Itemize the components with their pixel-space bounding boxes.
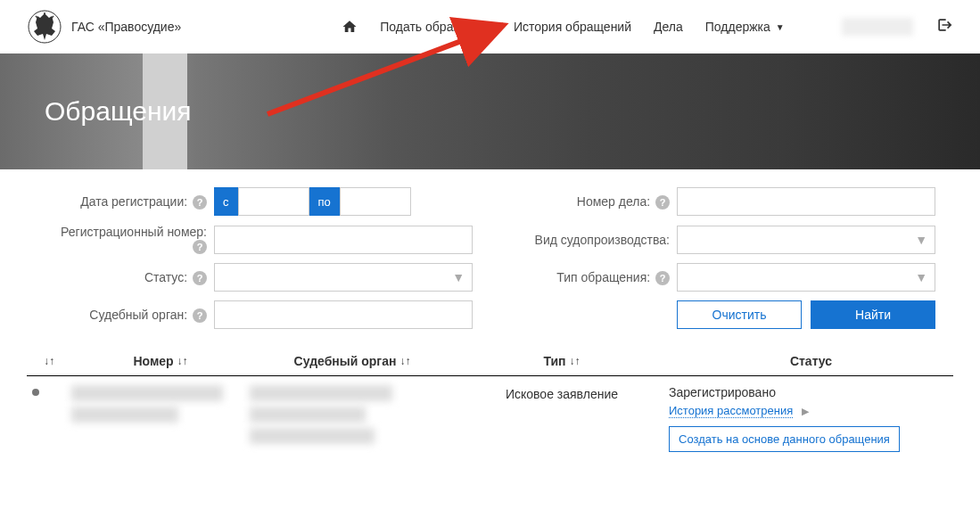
- cell-status: Зарегистрировано История рассмотрения ▶ …: [669, 385, 953, 452]
- help-icon[interactable]: ?: [655, 271, 670, 285]
- search-button[interactable]: Найти: [811, 300, 935, 329]
- nav-cases[interactable]: Дела: [654, 20, 683, 34]
- caret-down-icon: ▼: [776, 22, 785, 32]
- nav-support-label: Поддержка: [705, 20, 770, 34]
- nav-support[interactable]: Поддержка ▼: [705, 20, 785, 34]
- cell-number: [71, 385, 250, 452]
- table-header: ↓↑ Номер ↓↑ Судебный орган ↓↑ Тип ↓↑ Ста…: [27, 347, 953, 375]
- home-icon: [342, 19, 358, 35]
- cell-type: Исковое заявление: [455, 385, 669, 452]
- reg-date-range: с по: [214, 187, 411, 216]
- reg-number-label: Регистрационный номер: ?: [45, 225, 214, 254]
- redacted: [250, 407, 366, 423]
- table-row: Исковое заявление Зарегистрировано Истор…: [27, 375, 953, 461]
- results-table: ↓↑ Номер ↓↑ Судебный орган ↓↑ Тип ↓↑ Ста…: [0, 347, 980, 461]
- date-to-input[interactable]: [340, 187, 411, 216]
- user-area: [842, 16, 953, 38]
- nav-submit-appeal[interactable]: Подать обращение: [380, 20, 491, 34]
- sort-icon: ↓↑: [44, 355, 54, 367]
- th-type[interactable]: Тип ↓↑: [455, 354, 669, 368]
- court-label: Судебный орган: ?: [45, 308, 214, 323]
- redacted: [71, 385, 223, 401]
- arrow-right-icon: ▶: [802, 406, 809, 416]
- nav-appeal-history[interactable]: История обращений: [514, 20, 631, 34]
- sort-icon: ↓↑: [177, 355, 188, 367]
- history-link[interactable]: История рассмотрения: [669, 404, 793, 418]
- help-icon[interactable]: ?: [193, 271, 207, 285]
- redacted: [250, 385, 392, 401]
- sort-icon: ↓↑: [399, 355, 410, 367]
- header: ГАС «Правосудие» Подать обращение Истори…: [0, 0, 980, 53]
- cell-court: [250, 385, 455, 452]
- nav-home[interactable]: [342, 19, 358, 35]
- row-indicator: [27, 385, 71, 452]
- reg-date-label: Дата регистрации: ?: [45, 194, 214, 210]
- page-title: Обращения: [45, 96, 192, 127]
- th-number[interactable]: Номер ↓↑: [71, 354, 250, 368]
- user-name-redacted: [842, 18, 913, 36]
- sort-icon: ↓↑: [570, 355, 581, 367]
- case-number-input[interactable]: [677, 187, 935, 216]
- logo-area: ГАС «Правосудие»: [27, 9, 181, 45]
- create-based-button[interactable]: Создать на основе данного обращения: [669, 426, 900, 452]
- main-nav: Подать обращение История обращений Дела …: [342, 19, 784, 35]
- help-icon[interactable]: ?: [193, 240, 207, 254]
- reg-number-input[interactable]: [214, 226, 473, 254]
- help-icon[interactable]: ?: [655, 195, 670, 210]
- appeal-type-label: Тип обращения: ?: [507, 270, 677, 285]
- date-from-input[interactable]: [238, 187, 309, 216]
- appeal-type-select[interactable]: ▼: [677, 263, 935, 292]
- th-sort[interactable]: ↓↑: [27, 354, 71, 368]
- status-text: Зарегистрировано: [669, 385, 953, 399]
- court-input[interactable]: [214, 300, 473, 329]
- clear-button[interactable]: Очистить: [677, 300, 802, 329]
- proc-type-label: Вид судопроизводства:: [507, 233, 677, 247]
- logout-icon: [935, 16, 953, 34]
- case-number-label: Номер дела: ?: [507, 194, 677, 210]
- th-court[interactable]: Судебный орган ↓↑: [250, 354, 455, 368]
- status-select[interactable]: ▼: [214, 263, 473, 292]
- th-status: Статус: [669, 354, 953, 368]
- emblem-icon: [27, 9, 62, 45]
- filter-panel: Дата регистрации: ? с по Номер дела: ? Р…: [0, 169, 980, 347]
- logout-button[interactable]: [935, 16, 953, 38]
- hero-banner: Обращения: [0, 53, 980, 169]
- status-dot-icon: [32, 389, 39, 396]
- redacted: [250, 428, 375, 444]
- help-icon[interactable]: ?: [193, 195, 207, 210]
- redacted: [71, 407, 178, 423]
- help-icon[interactable]: ?: [193, 308, 207, 323]
- date-to-button[interactable]: по: [309, 187, 340, 216]
- date-from-button[interactable]: с: [214, 187, 238, 216]
- history-link-row: История рассмотрения ▶: [669, 403, 953, 417]
- proc-type-select[interactable]: ▼: [677, 226, 935, 254]
- brand-text: ГАС «Правосудие»: [71, 20, 181, 34]
- status-label: Статус: ?: [45, 270, 214, 285]
